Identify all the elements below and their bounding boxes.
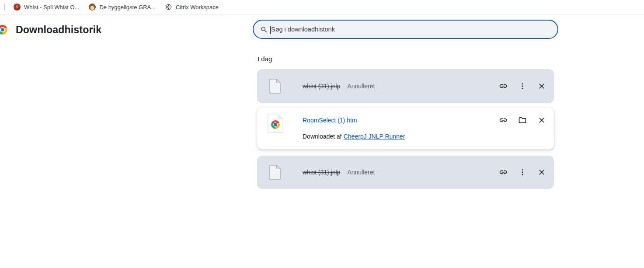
search-box[interactable] — [253, 20, 558, 39]
download-actions — [498, 156, 554, 189]
page-title: Downloadhistorik — [16, 24, 101, 36]
citrix-favicon — [165, 3, 172, 10]
bookmarks-bar-divider — [4, 4, 5, 10]
search-icon — [260, 26, 268, 34]
whist-favicon — [14, 3, 21, 10]
bookmarks-bar: Whist - Spil Whist O... De hyggeligste G… — [0, 0, 644, 14]
downloads-list: I dag whist (31).jnlp Annulleret — [257, 52, 554, 193]
search-input[interactable] — [254, 21, 557, 38]
download-actions — [498, 69, 554, 103]
download-card-cancelled: whist (31).jnlp Annulleret — [257, 69, 554, 103]
remove-download-button[interactable] — [536, 167, 547, 178]
generic-file-icon — [269, 79, 281, 94]
text-caret — [270, 26, 271, 34]
file-icon-cell — [257, 79, 303, 94]
copy-link-icon — [499, 116, 508, 125]
close-icon — [537, 82, 546, 90]
download-file-link[interactable]: RoomSelect (1).htm — [303, 117, 357, 124]
download-source-line: Downloadet afCheerpJ JNLP Runner — [303, 133, 498, 140]
download-filename: whist (31).jnlp — [303, 169, 340, 176]
show-in-folder-button[interactable] — [517, 115, 528, 125]
more-vert-icon — [518, 168, 527, 177]
file-icon-cell — [257, 165, 303, 180]
date-group-label: I dag — [258, 55, 554, 63]
download-info: whist (31).jnlp Annulleret — [303, 169, 498, 176]
copy-link-icon — [499, 82, 508, 90]
more-actions-button[interactable] — [517, 81, 528, 91]
download-filename: whist (31).jnlp — [303, 83, 340, 90]
file-icon-cell — [257, 108, 303, 133]
generic-file-icon — [269, 165, 281, 180]
bookmark-citrix-workspace[interactable]: Citrix Workspace — [164, 3, 219, 11]
chrome-logo-icon — [271, 120, 280, 129]
remove-download-button[interactable] — [536, 115, 547, 125]
copy-link-button[interactable] — [498, 167, 508, 178]
download-actions — [498, 108, 554, 125]
download-status: Annulleret — [347, 169, 375, 176]
download-card-cancelled: whist (31).jnlp Annulleret — [257, 156, 554, 189]
download-info: whist (31).jnlp Annulleret — [303, 83, 498, 90]
more-actions-button[interactable] — [517, 167, 528, 178]
download-info: RoomSelect (1).htm Downloadet afCheerpJ … — [303, 108, 498, 140]
source-link[interactable]: CheerpJ JNLP Runner — [344, 133, 405, 140]
download-status: Annulleret — [347, 83, 375, 90]
copy-link-icon — [499, 168, 508, 177]
bookmark-label: Citrix Workspace — [176, 4, 219, 10]
remove-download-button[interactable] — [536, 81, 547, 91]
monkey-favicon — [89, 3, 96, 10]
source-prefix: Downloadet af — [303, 133, 342, 140]
download-card-complete: RoomSelect (1).htm Downloadet afCheerpJ … — [257, 108, 554, 150]
bookmark-label: Whist - Spil Whist O... — [24, 4, 79, 10]
downloads-toolbar: Downloadhistorik — [0, 15, 644, 48]
bookmark-whist[interactable]: Whist - Spil Whist O... — [13, 3, 80, 11]
chrome-html-file-icon — [268, 114, 283, 133]
copy-link-button[interactable] — [498, 115, 508, 125]
bookmark-de-hyggeligste[interactable]: De hyggeligste GRA... — [88, 3, 157, 11]
copy-link-button[interactable] — [498, 81, 508, 91]
more-vert-icon — [518, 82, 527, 90]
chrome-logo-icon — [0, 25, 7, 35]
close-icon — [537, 168, 546, 177]
close-icon — [537, 116, 546, 125]
bookmark-label: De hyggeligste GRA... — [99, 4, 156, 10]
show-in-folder-icon — [518, 116, 527, 125]
